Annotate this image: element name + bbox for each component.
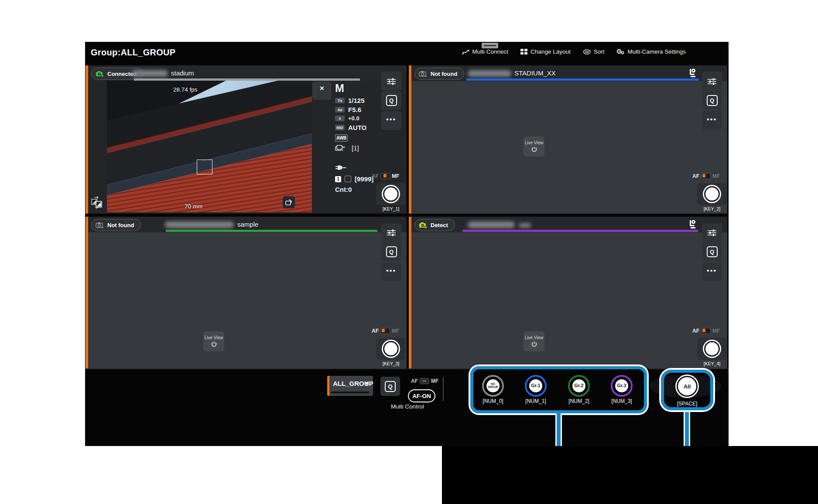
counter-value: Cnt:0 <box>335 186 352 193</box>
af-mf-toggle[interactable]: AF MF <box>372 173 399 179</box>
callout-footnote-area <box>442 446 818 504</box>
camera-not-found-icon: ? <box>419 70 428 78</box>
camera-name: sample <box>237 221 258 228</box>
af-label: AF <box>372 173 379 179</box>
mf-label: MF <box>431 378 438 384</box>
camera-detect-icon: ! <box>419 221 428 229</box>
av-badge: Av <box>335 107 345 112</box>
live-view-label: Live View <box>205 335 223 340</box>
drive-mode-row: H+ [1] <box>335 144 359 152</box>
detail-settings-button[interactable] <box>702 223 722 242</box>
shutter-release-button[interactable] <box>697 183 727 205</box>
camera-name: STADIUM_XX <box>514 69 556 77</box>
live-view-button[interactable]: Live View <box>524 136 544 157</box>
more-options-button[interactable]: ••• <box>381 111 401 130</box>
close-live-view-button[interactable]: × <box>312 82 332 100</box>
shutter-release-button[interactable] <box>376 183 406 205</box>
annotation-callout-stem-1 <box>555 413 562 446</box>
detail-settings-button[interactable] <box>381 223 401 242</box>
app-window: Group:ALL_GROUP Multi Connect Change Lay… <box>85 42 729 446</box>
ellipsis-icon: ••• <box>707 116 717 126</box>
power-icon <box>211 341 217 347</box>
key-assignment-label: [KEY_1] <box>376 206 406 211</box>
camera-ip-blurred <box>468 70 511 77</box>
af-mf-toggle[interactable]: AF MF <box>692 328 720 334</box>
multi-af-mf-toggle[interactable]: AF MF <box>411 378 438 384</box>
multi-camera-settings-icon <box>616 48 624 55</box>
camera-name-blurred <box>519 223 531 228</box>
status-label: Detect <box>431 222 448 228</box>
af-on-label: AF-ON <box>412 393 431 399</box>
camera-ip-blurred <box>165 221 234 228</box>
more-options-button[interactable]: ••• <box>381 262 401 281</box>
quick-control-button[interactable]: Q <box>702 91 722 110</box>
multi-camera-settings-button[interactable]: Multi-Camera Settings <box>616 48 686 55</box>
change-layout-button[interactable]: Change Layout <box>520 48 571 55</box>
status-badge-not-found: ? Not found <box>91 219 141 231</box>
more-options-button[interactable]: ••• <box>702 262 722 281</box>
sort-icon <box>583 49 591 55</box>
multi-camera-settings-label: Multi-Camera Settings <box>627 48 686 55</box>
bar-divider <box>443 377 444 401</box>
af-mf-toggle[interactable]: AF MF <box>692 173 720 179</box>
slot-checkbox[interactable] <box>345 176 351 182</box>
multi-connect-label: Multi Connect <box>472 48 509 55</box>
fps-readout: 28.74 fps <box>173 86 198 93</box>
card-slot-row: 1 [9999] <box>335 175 373 183</box>
detail-settings-icon <box>387 78 396 85</box>
shutter-release-circle <box>704 186 720 202</box>
af-frame[interactable] <box>197 160 212 174</box>
af-mf-toggle[interactable]: AF MF <box>372 328 399 334</box>
detail-settings-button[interactable] <box>381 72 401 91</box>
svg-text:?: ? <box>425 75 427 77</box>
image-transfer-icon <box>285 199 293 206</box>
tv-badge: Tv <box>335 98 345 103</box>
change-layout-icon <box>520 49 527 54</box>
window-drag-handle[interactable] <box>482 43 498 48</box>
status-badge-not-found: ? Not found <box>414 68 464 80</box>
multi-connect-button[interactable]: Multi Connect <box>462 48 509 55</box>
q-icon: Q <box>707 246 718 257</box>
iso-value: AUTO <box>348 124 366 131</box>
quick-control-button[interactable]: Q <box>381 242 401 261</box>
ellipsis-icon: ••• <box>386 116 396 126</box>
sort-button[interactable]: Sort <box>583 48 605 55</box>
mf-label: MF <box>712 173 720 179</box>
group-color-bar <box>466 78 699 81</box>
quick-control-button[interactable]: Q <box>381 91 401 110</box>
af-mf-switch[interactable] <box>701 328 711 334</box>
status-label: Not found <box>107 222 134 228</box>
af-mf-switch[interactable] <box>380 173 390 179</box>
power-source-row <box>335 165 346 170</box>
q-icon: Q <box>707 95 718 106</box>
group-select-dropdown[interactable]: ALL_GROUP ▼ <box>327 376 373 396</box>
svg-text:!: ! <box>425 226 426 228</box>
shutter-release-button[interactable] <box>376 338 406 360</box>
drive-count: [1] <box>352 144 359 152</box>
annotation-callout-stem-2 <box>684 412 690 446</box>
more-options-button[interactable]: ••• <box>702 111 722 130</box>
multi-quick-control-button[interactable]: Q <box>380 377 400 396</box>
annotation-all-button <box>661 370 713 410</box>
live-view-button[interactable]: Live View <box>203 331 224 351</box>
af-on-button[interactable]: AF-ON <box>408 389 435 402</box>
q-icon: Q <box>386 95 397 106</box>
page-background: Group:ALL_GROUP Multi Connect Change Lay… <box>0 0 818 504</box>
ac-power-icon <box>335 165 346 170</box>
quick-control-button[interactable]: Q <box>702 242 722 261</box>
drag-handle-line <box>484 45 496 46</box>
shooting-mode: M <box>335 82 344 95</box>
af-mf-switch[interactable] <box>701 173 711 179</box>
image-transfer-button[interactable] <box>283 196 295 208</box>
shutter-release-button[interactable] <box>697 338 727 360</box>
svg-text:✓: ✓ <box>101 75 103 77</box>
af-label: AF <box>692 173 699 179</box>
status-label: Not found <box>431 71 457 77</box>
compare-images-button[interactable] <box>90 195 104 209</box>
multi-connect-icon <box>462 49 469 55</box>
af-mf-switch[interactable] <box>380 328 390 334</box>
live-view-button[interactable]: Live View <box>524 331 544 351</box>
mf-label: MF <box>392 173 399 179</box>
detail-settings-button[interactable] <box>702 72 722 91</box>
af-mf-switch[interactable] <box>420 378 429 384</box>
